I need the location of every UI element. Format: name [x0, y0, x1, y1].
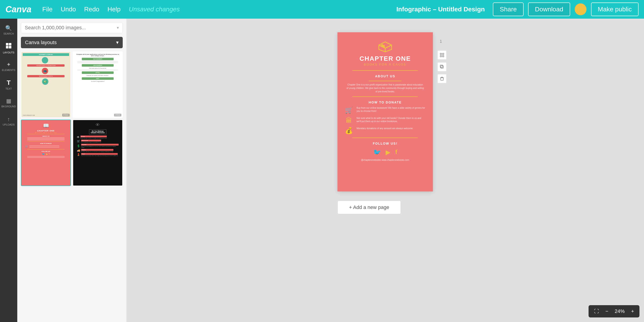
svg-rect-5	[442, 53, 444, 55]
main-canvas: 1	[126, 19, 644, 322]
donate-item-1: 🛒 Buy from our online bookstore! We have…	[344, 106, 426, 114]
follow-links: @chapteronebooks www.chapteronebooks.com	[361, 158, 409, 162]
search-bar[interactable]: ▾	[21, 22, 123, 33]
svg-rect-7	[442, 56, 444, 57]
money-icon: 💰	[344, 127, 353, 134]
svg-rect-6	[440, 56, 442, 57]
duplicate-tool[interactable]	[438, 62, 446, 71]
facebook-icon: f	[395, 149, 397, 156]
fit-page-tool[interactable]	[438, 51, 446, 60]
section-follow-title: FOLLOW US!	[373, 142, 398, 145]
bkground-icon: ▦	[6, 98, 11, 104]
layouts-dropdown[interactable]: Canva layouts ▾	[21, 37, 123, 48]
donate-text-2: Not sure what to do with your old books?…	[356, 117, 426, 123]
bottom-toolbar: ⛶ − 24% +	[588, 305, 640, 317]
play-icon: ▶	[386, 149, 391, 156]
sidebar-label-bkground: BKGROUND	[1, 105, 16, 108]
text-icon: T	[6, 79, 10, 86]
nav-file[interactable]: File	[40, 6, 54, 13]
twitter-icon: 🐦	[373, 149, 381, 156]
sidebar-label-layouts: LAYOUTS	[3, 51, 14, 54]
canva-logo: Canva	[6, 5, 31, 14]
canvas-page: CHAPTER ONE BOOKS FOR A CAUSE ABOUT US C…	[338, 32, 433, 191]
section-about-title: ABOUT US	[375, 74, 395, 78]
layout-card-makeup[interactable]: 👁 Be You MakeupORDER PROCESS 👁 Browse Br…	[73, 120, 123, 186]
layout-card-college[interactable]: Complete all of your applications and pu…	[73, 51, 123, 118]
zoom-in-button[interactable]: +	[629, 307, 636, 315]
page-number: 1	[440, 39, 442, 44]
sidebar-item-uploads[interactable]: ↑ UPLOADS	[0, 112, 17, 130]
presentation-icon[interactable]: ⛶	[592, 307, 601, 315]
infographic-title: CHAPTER ONE	[360, 55, 411, 62]
book-icon	[377, 39, 393, 53]
donate-item-2: 🏛 Not sure what to do with your old book…	[344, 117, 426, 124]
right-tools	[438, 51, 446, 83]
divider-4	[352, 138, 418, 138]
download-button[interactable]: Download	[528, 3, 570, 16]
sidebar-label-text: TEXT	[6, 87, 12, 90]
sidebar-item-bkground[interactable]: ▦ BKGROUND	[0, 94, 17, 112]
sidebar-item-layouts[interactable]: LAYOUTS	[0, 39, 17, 57]
dropdown-label: Canva layouts	[25, 40, 56, 46]
layouts-icon	[6, 43, 12, 50]
nav-undo[interactable]: Undo	[59, 6, 78, 13]
search-input[interactable]	[25, 25, 117, 31]
layout-card-chapter[interactable]: 📖 CHAPTER ONE BOOKS FOR A CAUSE ABOUT US…	[21, 120, 71, 186]
chapter-book-icon: 📖	[43, 123, 49, 129]
sidebar-label-search: SEARCH	[4, 32, 14, 35]
divider-2	[369, 81, 402, 81]
design-title: Infographic – Untitled Design	[396, 6, 485, 13]
elements-icon: ✦	[6, 61, 11, 68]
infographic-subtitle: BOOKS FOR A CAUSE	[364, 63, 406, 66]
layout-grid: EQUIPMENT & SUPPLIES ADVERTISING & PROMO…	[21, 51, 123, 186]
add-page-button[interactable]: + Add a new page	[338, 201, 401, 214]
unsaved-changes: Unsaved changes	[129, 6, 180, 13]
make-public-button[interactable]: Make public	[591, 3, 638, 16]
infographic-content: CHAPTER ONE BOOKS FOR A CAUSE ABOUT US C…	[338, 32, 433, 191]
svg-rect-1	[9, 43, 11, 46]
sidebar-label-uploads: UPLOADS	[3, 123, 15, 126]
about-text: Chapter One is a non-profit organization…	[344, 83, 426, 93]
follow-icons: 🐦 ▶ f	[373, 149, 397, 156]
svg-rect-0	[6, 43, 8, 46]
avatar[interactable]	[575, 4, 586, 15]
sidebar-item-search[interactable]: 🔍 SEARCH	[0, 21, 17, 39]
sidebar: 🔍 SEARCH LAYOUTS ✦ ELEMENTS T TEXT ▦ BKG…	[0, 19, 17, 322]
svg-rect-9	[440, 65, 443, 68]
header: Canva File Undo Redo Help Unsaved change…	[0, 0, 644, 19]
dropdown-arrow-icon: ▾	[116, 40, 118, 46]
layout-card-startup[interactable]: EQUIPMENT & SUPPLIES ADVERTISING & PROMO…	[21, 51, 71, 118]
left-panel: ▾ Canva layouts ▾ EQUIPMENT & SUPPLIES A…	[17, 19, 126, 322]
sidebar-item-elements[interactable]: ✦ ELEMENTS	[0, 57, 17, 76]
section-donate-title: HOW TO DONATE	[368, 101, 402, 104]
dropdown-chevron-icon: ▾	[117, 25, 119, 30]
divider-1	[352, 70, 418, 71]
canvas-wrapper: 1	[338, 32, 433, 214]
uploads-icon: ↑	[7, 116, 10, 122]
sidebar-item-text[interactable]: T TEXT	[0, 76, 17, 94]
sidebar-label-elements: ELEMENTS	[2, 69, 15, 71]
building-icon: 🏛	[344, 117, 353, 124]
delete-tool[interactable]	[438, 74, 446, 83]
svg-rect-8	[441, 66, 443, 68]
donate-text-1: Buy from our online bookstore! We have a…	[356, 106, 426, 113]
donate-text-3: Monetary donations of any amount are alw…	[356, 127, 413, 130]
svg-rect-4	[440, 53, 442, 55]
donate-item-3: 💰 Monetary donations of any amount are a…	[344, 127, 426, 134]
svg-rect-3	[9, 46, 11, 49]
svg-rect-10	[440, 78, 443, 80]
cart-icon: 🛒	[344, 106, 353, 114]
share-button[interactable]: Share	[493, 3, 524, 16]
zoom-level: 24%	[613, 308, 626, 314]
divider-3	[352, 96, 418, 97]
search-icon: 🔍	[5, 25, 12, 31]
nav-help[interactable]: Help	[106, 6, 122, 13]
zoom-out-button[interactable]: −	[604, 307, 610, 315]
nav-redo[interactable]: Redo	[82, 6, 101, 13]
svg-rect-2	[6, 46, 8, 49]
